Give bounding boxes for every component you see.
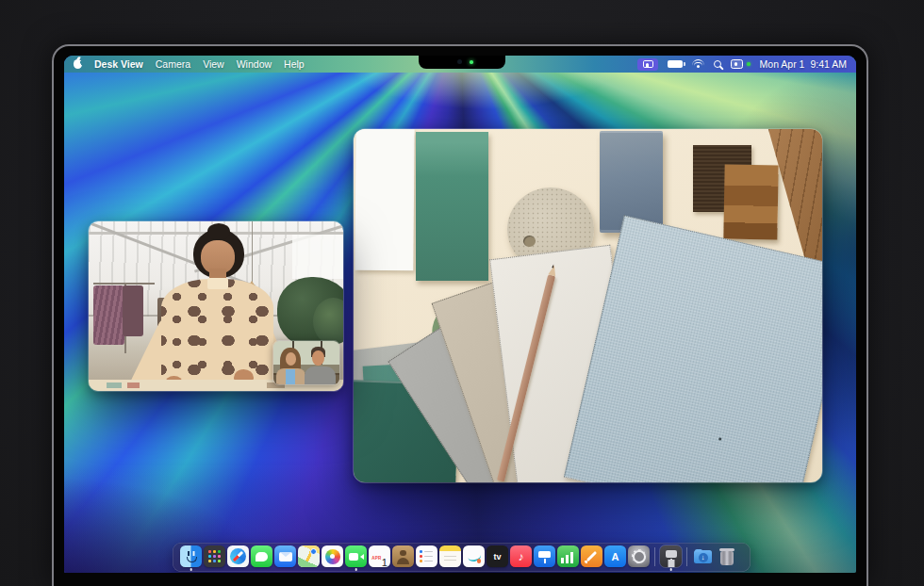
- teal-tile: [416, 132, 488, 281]
- pip-man-shirt: [305, 366, 337, 384]
- notch-camera: [457, 59, 462, 64]
- dock-calendar-icon[interactable]: APR1: [369, 545, 390, 567]
- dock-music-icon[interactable]: ♪: [510, 545, 532, 567]
- running-indicator-dot: [669, 568, 672, 571]
- dock-separator: [686, 547, 687, 566]
- dock-system-settings-icon[interactable]: [628, 545, 650, 567]
- dock-safari-icon[interactable]: [227, 545, 249, 567]
- menu-help[interactable]: Help: [284, 58, 305, 70]
- date-label: Mon Apr 1: [760, 58, 805, 70]
- camera-active-dot: [747, 62, 751, 66]
- menu-bar-status-area: Mon Apr 1 9:41 AM: [637, 58, 847, 71]
- menu-camera[interactable]: Camera: [156, 58, 190, 70]
- dock-contacts-icon[interactable]: [392, 545, 414, 567]
- presenter-polka-dot-blouse: [161, 279, 273, 391]
- hanging-garment-plum: [123, 285, 143, 336]
- bright-window: [292, 235, 343, 279]
- macbook-frame: Desk View CameraViewWindowHelp Mon Apr 1…: [52, 44, 868, 586]
- marketing-backdrop: Desk View CameraViewWindowHelp Mon Apr 1…: [0, 0, 924, 586]
- pip-remote-callers[interactable]: [273, 341, 339, 384]
- table-swatch-teal: [107, 383, 122, 388]
- pip-woman-blue-top: [286, 369, 295, 384]
- dock-finder-icon[interactable]: [180, 545, 202, 567]
- dock-reminders-icon[interactable]: [416, 545, 437, 567]
- dock-downloads-folder-glyph: ↓: [699, 553, 708, 562]
- dock-app-store-icon[interactable]: A: [604, 545, 626, 567]
- dock-facetime-icon[interactable]: [345, 545, 367, 567]
- dock-photos-icon[interactable]: [322, 545, 343, 567]
- app-menu-desk-view[interactable]: Desk View: [94, 58, 143, 70]
- display-glyph: [643, 60, 653, 68]
- menu-bar-clock[interactable]: Mon Apr 1 9:41 AM: [760, 58, 847, 70]
- screen-mirroring-icon[interactable]: [637, 58, 658, 71]
- white-tile: [355, 129, 415, 270]
- dock-separator: [654, 547, 655, 566]
- apple-menu-icon[interactable]: [74, 59, 82, 69]
- desk-view-window[interactable]: [354, 129, 822, 482]
- running-indicator-dot: [355, 568, 357, 571]
- notch-camera-led: [470, 60, 473, 64]
- blouse-collar: [207, 278, 229, 289]
- dock-calendar-glyph: APR: [371, 556, 381, 561]
- dock-freeform-icon[interactable]: [463, 545, 485, 567]
- dock-calendar-glyph: 1: [382, 557, 388, 568]
- dock-notes-icon[interactable]: [439, 545, 461, 567]
- dock-trash-icon[interactable]: [716, 545, 737, 567]
- time-label: 9:41 AM: [810, 58, 847, 70]
- felt-disc-hole: [523, 236, 536, 247]
- dock-maps-icon[interactable]: [298, 545, 320, 567]
- spotlight-search-icon[interactable]: [714, 60, 721, 68]
- table-swatch-pink: [127, 383, 140, 388]
- dock-apple-tv-icon[interactable]: tv: [487, 545, 508, 567]
- menu-view[interactable]: View: [203, 58, 224, 70]
- menu-window[interactable]: Window: [237, 58, 272, 70]
- wifi-icon[interactable]: [692, 59, 704, 69]
- pip-man-face: [312, 350, 324, 366]
- dock: APR1tv♪A↓: [173, 543, 751, 572]
- dock-numbers-icon[interactable]: [557, 545, 579, 567]
- dock-music-glyph: ♪: [519, 551, 524, 562]
- running-indicator-dot: [190, 568, 192, 571]
- camera-indicator-icon[interactable]: [731, 59, 743, 69]
- battery-icon[interactable]: [668, 60, 683, 68]
- macbook-screen: Desk View CameraViewWindowHelp Mon Apr 1…: [64, 56, 856, 573]
- brown-wood-swatch: [723, 165, 779, 240]
- dock-messages-icon[interactable]: [251, 545, 272, 567]
- dock-keynote-icon[interactable]: [534, 545, 555, 567]
- dock-pages-icon[interactable]: [581, 545, 602, 567]
- dock-mail-icon[interactable]: [274, 545, 296, 567]
- dock-downloads-folder-icon[interactable]: ↓: [692, 545, 714, 567]
- dock-desk-view-icon[interactable]: [660, 545, 682, 567]
- facetime-window[interactable]: [89, 221, 343, 391]
- hanging-garment-striped: [93, 285, 124, 345]
- dock-app-store-glyph: A: [612, 551, 619, 562]
- dock-launchpad-icon[interactable]: [204, 545, 225, 567]
- display-notch: [419, 56, 505, 69]
- pendant-lamp-wire: [252, 221, 253, 283]
- presenter-hair-bun: [207, 223, 230, 240]
- dock-apple-tv-glyph: tv: [493, 552, 501, 562]
- menu-items: CameraViewWindowHelp: [156, 58, 305, 70]
